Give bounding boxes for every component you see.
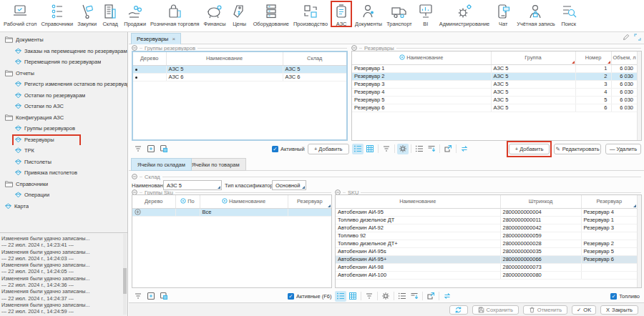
numbered-list-icon[interactable]	[414, 144, 425, 154]
save-button[interactable]: Сохранить	[472, 305, 519, 315]
delete-reservoir-button[interactable]: — Удалить	[605, 144, 641, 154]
table-row[interactable]: Все	[132, 208, 331, 216]
column-header-volume[interactable]: Объем, л	[611, 51, 637, 64]
add-group-icon[interactable]	[145, 291, 157, 302]
column-header-tree[interactable]: Дерево	[132, 195, 175, 208]
toolbar-item-transport[interactable]: Транспорт	[384, 1, 414, 28]
toolbar-item-equipment[interactable]: Оборудование	[251, 1, 291, 28]
tree-item-operations[interactable]: Операции	[0, 189, 127, 201]
toolbar-item-chat[interactable]: Чат	[492, 1, 514, 28]
cancel-button[interactable]: Отменить	[523, 305, 567, 315]
tab-cells-by-goods[interactable]: Ячейки по товарам	[185, 158, 246, 171]
view-grid-icon[interactable]	[364, 144, 376, 154]
numbered-list-icon[interactable]	[396, 291, 408, 302]
toolbar-item-administration[interactable]: Администрирование	[437, 1, 492, 28]
toolbar-item-purchases[interactable]: Закупки	[75, 1, 99, 28]
table-row[interactable]: Автобензин АИ-95s2800000000035Резервуар …	[336, 247, 637, 255]
collapse-icon[interactable]	[132, 174, 137, 179]
add-group-button[interactable]: + Добавить	[308, 144, 349, 154]
toolbar-item-account[interactable]: Учётная запись	[514, 1, 557, 28]
column-header-name[interactable]: Наименование	[336, 195, 500, 208]
refresh-button[interactable]	[449, 305, 468, 315]
toolbar-item-production[interactable]: Производство	[291, 1, 330, 28]
column-header-by[interactable]: По	[175, 195, 200, 208]
active-f6-checkbox[interactable]: ✓Активные (F6)	[288, 293, 332, 300]
fuel-checkbox[interactable]: ✓Топливо	[610, 293, 640, 300]
collapse-icon[interactable]	[351, 45, 357, 51]
collapse-icon[interactable]	[132, 45, 137, 51]
column-header-name[interactable]: Наименование	[352, 51, 491, 64]
toolbar-item-prices[interactable]: Цены	[228, 1, 251, 28]
table-row[interactable]: Автобензин АИ-1002800000000080	[336, 271, 637, 279]
view-grid-icon[interactable]	[347, 291, 358, 302]
column-header-tree[interactable]: Дерево	[133, 52, 166, 65]
column-settings-icon[interactable]	[426, 144, 437, 154]
table-row[interactable]: Автобензин АИ-922800000000042Резервуар 3	[336, 224, 637, 232]
tree-item-trk[interactable]: ТРК	[0, 145, 127, 157]
toolbar-item-bi[interactable]: BI	[414, 1, 437, 28]
toolbar-item-sales[interactable]: Продажи	[122, 1, 148, 28]
settings-gear-icon[interactable]	[397, 144, 409, 154]
table-row[interactable]: Резервуар 3АЗС 536 030	[352, 80, 637, 88]
active-checkbox[interactable]: ✓Активный	[272, 146, 305, 152]
table-row[interactable]: Резервуар 5АЗС 556 030	[352, 96, 637, 104]
tree-item-map[interactable]: Карта	[0, 201, 127, 212]
toolbar-item-retail[interactable]: Розничная торговля	[148, 1, 202, 28]
settings-gear-icon[interactable]	[380, 291, 391, 302]
column-header-group[interactable]: Группа	[491, 51, 575, 64]
log-scrollbar-thumb[interactable]	[123, 268, 127, 294]
add-group-icon[interactable]	[145, 144, 157, 154]
table-row[interactable]: Резервуар 6АЗС 566 030	[352, 104, 637, 112]
table-row[interactable]: Автобензин АИ-95+2800000000066Резервуар …	[336, 255, 637, 263]
table-row[interactable]: Топливо 922800000000059	[336, 232, 637, 240]
column-header-name[interactable]: Наименование	[200, 195, 288, 208]
toolbar-item-references[interactable]: Справочники	[39, 1, 75, 28]
table-row[interactable]: Автобензин АИ-952800000000004Резервуар 4	[336, 208, 637, 216]
export-icon[interactable]	[425, 291, 436, 302]
tree-item-remains-azs[interactable]: Остатки по АЗС	[0, 101, 127, 112]
filter-icon[interactable]	[381, 144, 392, 154]
table-row[interactable]: Резервуар 2АЗС 526 030	[352, 72, 637, 80]
table-row[interactable]: Топливо дизельное ДТ+2800000000028Резерв…	[336, 240, 637, 247]
table-row[interactable]: Резервуар 1АЗС 516 030	[352, 64, 637, 72]
toolbar-item-search[interactable]: Поиск	[557, 1, 580, 28]
column-header-warehouse[interactable]: Склад	[283, 52, 346, 65]
tree-folder-azs-config[interactable]: Конфигурация АЗС	[0, 112, 127, 124]
column-header-barcode[interactable]: Штрихкод	[500, 195, 581, 208]
filter-icon[interactable]	[132, 291, 144, 302]
column-header-number[interactable]: Номер	[575, 51, 611, 64]
toolbar-item-warehouse[interactable]: Склад	[99, 1, 122, 28]
table-row[interactable]: Автобензин АИ-982800000000073	[336, 263, 637, 271]
filter-icon[interactable]	[132, 144, 144, 154]
add-subgroup-icon[interactable]	[158, 144, 170, 154]
refresh-icon[interactable]	[459, 144, 470, 154]
tree-item-reservoir-groups[interactable]: Группы резервуаров	[0, 123, 127, 134]
edit-pencil-icon[interactable]	[623, 34, 630, 41]
view-list-icon[interactable]	[352, 144, 364, 154]
toolbar-item-desktop[interactable]: Рабочий стол	[1, 1, 39, 28]
tree-item-reservoirs[interactable]: Резервуары	[0, 134, 127, 146]
toolbar-item-azs[interactable]: АЗС	[330, 1, 353, 28]
tree-folder-references[interactable]: Справочники	[0, 179, 127, 190]
table-row[interactable]: АЗС 6 АЗС 6	[133, 73, 346, 81]
tree-item-remains-reservoirs[interactable]: Остатки по резервуарам	[0, 90, 127, 102]
close-button[interactable]: XЗакрыть	[600, 305, 638, 315]
tree-folder-documents[interactable]: Документы	[0, 34, 127, 46]
tree-item-register-changes[interactable]: Регистр изменения остатков по резервуара…	[0, 79, 127, 90]
tree-item-movements[interactable]: Перемещения по резервуарам	[0, 56, 127, 68]
expand-icon[interactable]	[634, 34, 641, 41]
tree-item-orders-movement[interactable]: Заказы на перемещение по резервуарам	[0, 46, 127, 57]
add-reservoir-button[interactable]: + Добавить	[509, 144, 550, 154]
tab-close-icon[interactable]: ×	[172, 36, 175, 42]
table-row[interactable]: Резервуар 4АЗС 546 030	[352, 88, 637, 96]
column-header-reservoir[interactable]: Резервуар	[581, 195, 637, 208]
filter-icon[interactable]	[364, 291, 375, 302]
toolbar-item-documents[interactable]: Документы	[353, 1, 384, 28]
table-scrollbar[interactable]	[637, 51, 641, 140]
refresh-icon[interactable]	[441, 291, 453, 302]
column-header-name[interactable]: Наименование	[166, 52, 283, 65]
table-scrollbar[interactable]	[637, 195, 641, 287]
view-list-icon[interactable]	[335, 291, 346, 302]
export-icon[interactable]	[442, 144, 454, 154]
column-settings-icon[interactable]	[409, 291, 420, 302]
